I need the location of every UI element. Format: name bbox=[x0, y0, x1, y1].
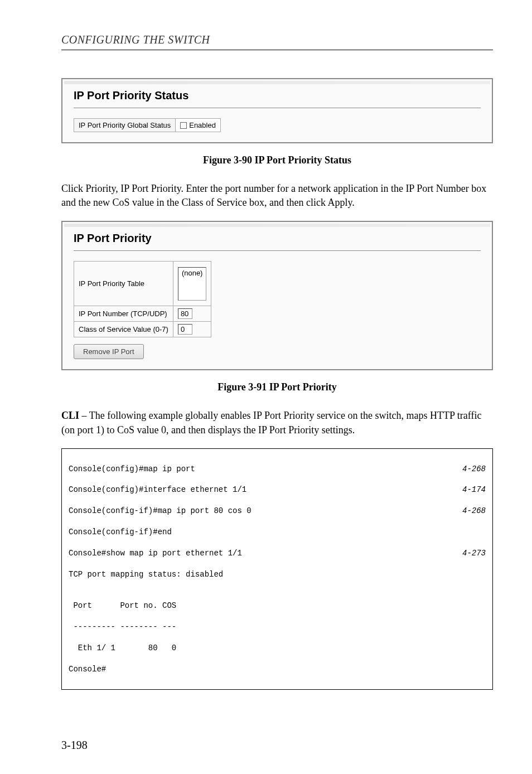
paragraph-2: CLI – The following example globally ena… bbox=[61, 409, 493, 437]
code-ref: 4-273 bbox=[462, 548, 486, 559]
label-port-number: IP Port Number (TCP/UDP) bbox=[74, 306, 173, 322]
figure-caption-2: Figure 3-91 IP Port Priority bbox=[61, 381, 493, 393]
cell-priority-table-value: (none) bbox=[173, 262, 211, 306]
code-text: Console# bbox=[69, 664, 106, 675]
cli-label: CLI bbox=[61, 410, 79, 421]
select-priority-table[interactable]: (none) bbox=[178, 267, 207, 301]
panel-title-2: IP Port Priority bbox=[74, 232, 481, 251]
cell-cos-value: 0 bbox=[173, 322, 211, 337]
code-ref: 4-268 bbox=[462, 464, 486, 475]
paragraph-1: Click Priority, IP Port Priority. Enter … bbox=[61, 182, 493, 210]
cell-port-number: 80 bbox=[173, 306, 211, 322]
row-global-status: IP Port Priority Global Status Enabled bbox=[74, 118, 221, 132]
priority-table: IP Port Priority Table (none) IP Port Nu… bbox=[74, 261, 211, 337]
code-text: Eth 1/ 1 80 0 bbox=[69, 643, 176, 654]
panel-ip-port-priority: IP Port Priority IP Port Priority Table … bbox=[61, 221, 493, 370]
label-priority-table: IP Port Priority Table bbox=[74, 262, 173, 306]
para2-text: – The following example globally enables… bbox=[61, 410, 481, 435]
code-text: Console(config)#interface ethernet 1/1 bbox=[69, 485, 246, 495]
remove-ip-port-button[interactable]: Remove IP Port bbox=[74, 344, 144, 359]
label-cos-value: Class of Service Value (0-7) bbox=[74, 322, 173, 337]
code-text: Console(config-if)#map ip port 80 cos 0 bbox=[69, 506, 252, 516]
input-cos-value[interactable]: 0 bbox=[178, 324, 192, 335]
value-global-status: Enabled bbox=[176, 119, 220, 132]
checkbox-enabled[interactable] bbox=[180, 122, 187, 129]
code-text: Port Port no. COS bbox=[69, 601, 176, 611]
code-text: Console#show map ip port ethernet 1/1 bbox=[69, 548, 242, 559]
page-header: CONFIGURING THE SWITCH bbox=[61, 33, 493, 50]
panel-title: IP Port Priority Status bbox=[74, 89, 481, 108]
code-text: TCP port mapping status: disabled bbox=[69, 569, 223, 580]
code-ref: 4-174 bbox=[462, 485, 486, 495]
panel-ip-port-priority-status: IP Port Priority Status IP Port Priority… bbox=[61, 78, 493, 143]
code-block: Console(config)#map ip port4-268 Console… bbox=[61, 448, 493, 690]
label-global-status: IP Port Priority Global Status bbox=[74, 119, 176, 132]
text-enabled: Enabled bbox=[189, 121, 216, 129]
code-text: Console(config-if)#end bbox=[69, 527, 172, 538]
input-port-number[interactable]: 80 bbox=[178, 308, 192, 319]
figure-caption-1: Figure 3-90 IP Port Priority Status bbox=[61, 154, 493, 166]
code-ref: 4-268 bbox=[462, 506, 486, 516]
code-text: --------- -------- --- bbox=[69, 622, 176, 632]
page-number: 3-198 bbox=[61, 739, 88, 752]
code-text: Console(config)#map ip port bbox=[69, 464, 195, 475]
